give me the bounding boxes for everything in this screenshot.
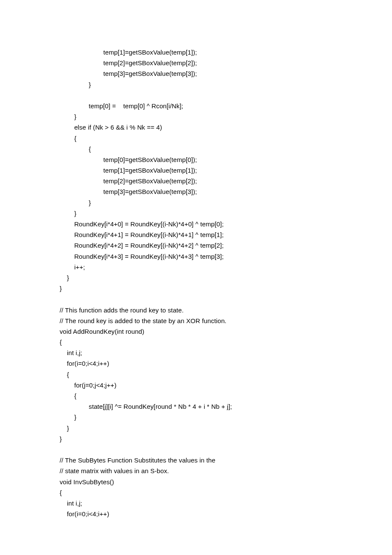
code-block: temp[1]=getSBoxValue(temp[1]); temp[2]=g…: [60, 47, 332, 519]
document-page: temp[1]=getSBoxValue(temp[1]); temp[2]=g…: [0, 0, 392, 555]
